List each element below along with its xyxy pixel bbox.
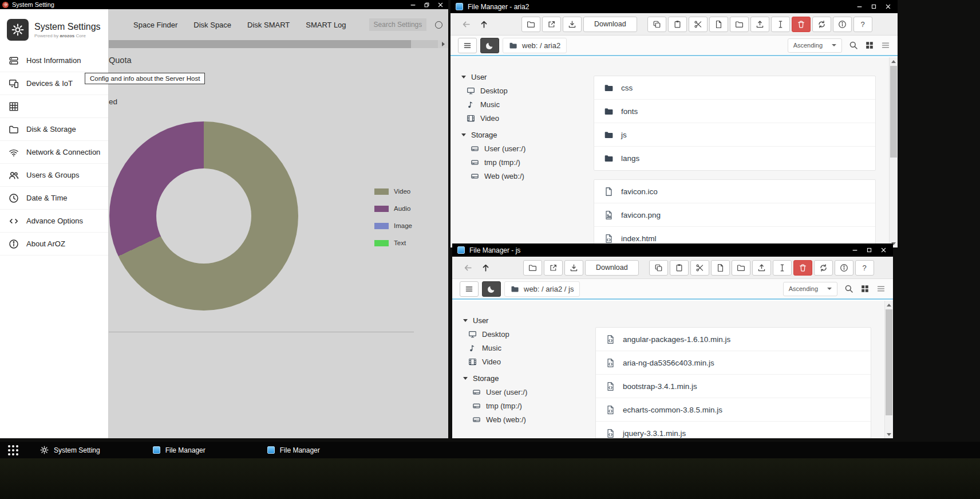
tree-item-video[interactable]: Video xyxy=(463,355,583,368)
vertical-scrollbar[interactable] xyxy=(884,301,893,438)
menu-button[interactable] xyxy=(460,281,479,297)
dark-mode-toggle[interactable] xyxy=(482,281,501,297)
sidebar-item-network-connection[interactable]: Network & Connection xyxy=(0,141,108,164)
taskbar-item-system-setting[interactable]: System Setting xyxy=(38,442,102,458)
close-button[interactable] xyxy=(433,0,447,9)
close-button[interactable] xyxy=(881,0,895,13)
sidebar-item-disk-storage[interactable]: Disk & Storage xyxy=(0,118,108,141)
tree-section-user[interactable]: User xyxy=(463,313,583,327)
upload-button[interactable] xyxy=(752,260,771,276)
maximize-button[interactable] xyxy=(862,243,876,257)
new-folder-button[interactable] xyxy=(730,17,749,32)
scroll-down-button[interactable] xyxy=(885,430,893,438)
file-row-aria-ng[interactable]: aria-ng-da5356c403.min.js xyxy=(596,351,871,375)
menu-button[interactable] xyxy=(458,38,477,53)
cut-button[interactable] xyxy=(690,260,709,276)
tab-disk-smart[interactable]: Disk SMART xyxy=(247,21,290,29)
tree-section-storage[interactable]: Storage xyxy=(463,371,583,385)
restore-button[interactable] xyxy=(420,0,433,9)
close-button[interactable] xyxy=(876,243,891,257)
folder-row-langs[interactable]: langs xyxy=(594,147,875,170)
minimize-button[interactable] xyxy=(848,243,862,257)
breadcrumb[interactable]: web: / aria2 xyxy=(503,38,567,53)
upload-button[interactable] xyxy=(750,17,769,32)
delete-button[interactable] xyxy=(792,17,811,32)
dark-mode-toggle[interactable] xyxy=(480,38,499,53)
sort-order-dropdown[interactable]: Ascending xyxy=(783,282,837,296)
help-button[interactable]: ? xyxy=(855,260,874,276)
download-icon-button[interactable] xyxy=(564,260,583,276)
sort-order-dropdown[interactable]: Ascending xyxy=(788,38,842,53)
tree-item-tmp-drive[interactable]: tmp (tmp:/) xyxy=(461,155,581,169)
download-button[interactable]: Download xyxy=(583,17,637,32)
new-folder-button[interactable] xyxy=(732,260,750,276)
sidebar-item-module-management[interactable] xyxy=(0,95,108,118)
refresh-button[interactable] xyxy=(814,260,833,276)
sidebar-item-advance-options[interactable]: Advance Options xyxy=(0,210,108,233)
tree-section-user[interactable]: User xyxy=(461,70,581,84)
breadcrumb[interactable]: web: / aria2 / js xyxy=(504,281,580,297)
open-folder-button[interactable] xyxy=(521,17,540,32)
open-external-button[interactable] xyxy=(544,260,563,276)
horizontal-scrollbar-thumb[interactable] xyxy=(109,40,411,48)
list-view-button[interactable] xyxy=(876,284,886,293)
scroll-up-button[interactable] xyxy=(890,57,898,65)
file-row-favicon-png[interactable]: favicon.png xyxy=(594,203,875,227)
folder-row-js[interactable]: js xyxy=(594,123,875,147)
sidebar-item-about-aroz[interactable]: About ArOZ xyxy=(0,233,108,256)
tree-item-user-drive[interactable]: User (user:/) xyxy=(463,385,583,399)
folder-row-css[interactable]: css xyxy=(594,76,875,100)
new-file-button[interactable] xyxy=(711,260,730,276)
taskbar-item-file-manager-2[interactable]: File Manager xyxy=(265,442,322,458)
sidebar-item-host-information[interactable]: Host Information xyxy=(0,49,108,72)
tree-item-web-drive[interactable]: Web (web:/) xyxy=(461,169,581,183)
tab-disk-space[interactable]: Disk Space xyxy=(193,21,231,29)
system-settings-titlebar[interactable]: System Setting xyxy=(0,0,448,9)
download-button[interactable]: Download xyxy=(585,260,639,276)
rename-button[interactable] xyxy=(773,260,792,276)
tab-space-finder[interactable]: Space Finder xyxy=(133,21,177,29)
tab-smart-log[interactable]: SMART Log xyxy=(306,21,346,29)
horizontal-scrollbar[interactable] xyxy=(109,40,448,48)
file-manager-titlebar[interactable]: File Manager - js xyxy=(452,243,893,257)
new-file-button[interactable] xyxy=(709,17,728,32)
paste-button[interactable] xyxy=(670,260,689,276)
scrollbar-thumb[interactable] xyxy=(890,66,897,158)
tree-item-video[interactable]: Video xyxy=(461,111,581,125)
rename-button[interactable] xyxy=(771,17,790,32)
minimize-button[interactable] xyxy=(852,0,867,13)
settings-search-input[interactable] xyxy=(369,18,426,31)
tree-item-user-drive[interactable]: User (user:/) xyxy=(461,142,581,155)
scrollbar-right-arrow[interactable] xyxy=(438,40,448,48)
sidebar-item-users-groups[interactable]: Users & Groups xyxy=(0,164,108,187)
back-button[interactable] xyxy=(458,16,474,32)
list-view-button[interactable] xyxy=(881,41,890,50)
search-button[interactable] xyxy=(844,284,853,293)
copy-button[interactable] xyxy=(647,17,666,32)
vertical-scrollbar[interactable] xyxy=(889,57,898,247)
tree-item-music[interactable]: Music xyxy=(463,341,583,355)
tree-item-music[interactable]: Music xyxy=(461,97,581,111)
taskbar-item-file-manager-1[interactable]: File Manager xyxy=(151,442,208,458)
refresh-button[interactable] xyxy=(812,17,831,32)
tree-item-desktop[interactable]: Desktop xyxy=(463,327,583,341)
file-row-bootstrap[interactable]: bootstrap-3.4.1.min.js xyxy=(596,375,871,398)
help-button[interactable]: ? xyxy=(853,17,872,32)
maximize-button[interactable] xyxy=(867,0,881,13)
copy-button[interactable] xyxy=(649,260,668,276)
grid-view-button[interactable] xyxy=(865,41,874,50)
folder-row-fonts[interactable]: fonts xyxy=(594,100,875,123)
file-row-angular[interactable]: angular-packages-1.6.10.min.js xyxy=(596,328,871,351)
file-row-jquery[interactable]: jquery-3.3.1.min.js xyxy=(596,422,871,438)
tree-item-desktop[interactable]: Desktop xyxy=(461,84,581,97)
app-launcher-button[interactable] xyxy=(5,442,22,458)
sidebar-item-date-time[interactable]: Date & Time xyxy=(0,187,108,210)
search-button[interactable] xyxy=(849,41,858,50)
file-manager-titlebar[interactable]: File Manager - aria2 xyxy=(451,0,898,13)
minimize-button[interactable] xyxy=(406,0,420,9)
back-button[interactable] xyxy=(460,260,476,276)
grid-view-button[interactable] xyxy=(860,284,870,293)
help-circle-icon[interactable] xyxy=(435,21,442,29)
download-icon-button[interactable] xyxy=(563,17,582,32)
info-button[interactable] xyxy=(833,17,852,32)
